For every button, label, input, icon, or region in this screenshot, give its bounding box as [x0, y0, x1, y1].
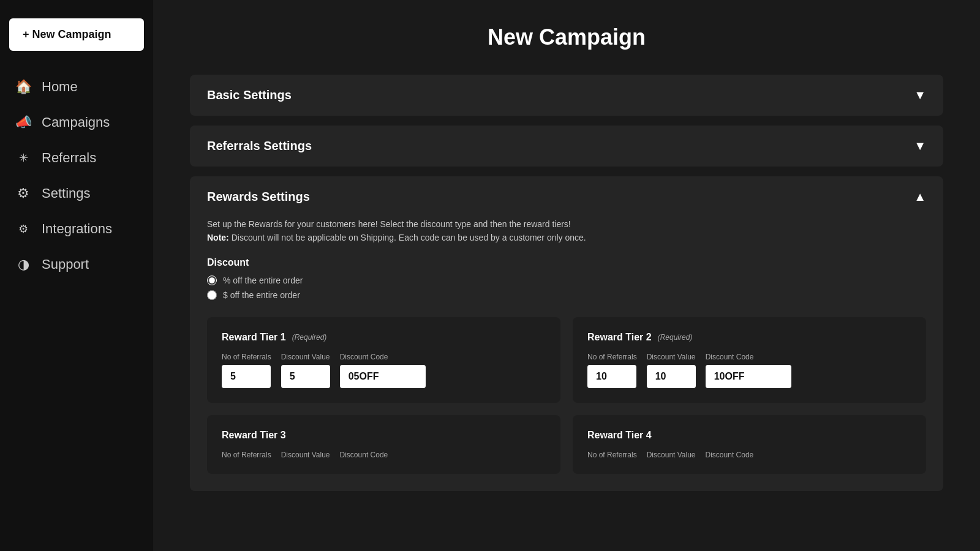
- reward-tier-4-card: Reward Tier 4 No of Referrals Discount V…: [573, 415, 926, 474]
- tier4-discount-code-label: Discount Code: [706, 451, 754, 459]
- tier2-discount-code-label: Discount Code: [706, 353, 791, 361]
- sidebar-item-home-label: Home: [42, 79, 78, 95]
- rewards-settings-chevron: ▲: [914, 190, 926, 204]
- tier1-discount-value-label: Discount Value: [281, 353, 330, 361]
- basic-settings-header[interactable]: Basic Settings ▼: [190, 75, 943, 116]
- tier1-referrals-group: No of Referrals: [222, 353, 271, 388]
- integrations-icon: ⚙: [15, 222, 32, 236]
- referrals-settings-title: Referrals Settings: [207, 139, 312, 153]
- nav-items: 🏠 Home 📣 Campaigns ✳ Referrals ⚙ Setting…: [0, 69, 153, 282]
- tier4-discount-code-group: Discount Code: [706, 451, 754, 459]
- basic-settings-title: Basic Settings: [207, 88, 292, 102]
- sidebar-item-home[interactable]: 🏠 Home: [0, 69, 153, 105]
- tier1-discount-code-input[interactable]: [340, 365, 426, 388]
- sidebar-item-settings[interactable]: ⚙ Settings: [0, 176, 153, 211]
- discount-percent-radio[interactable]: [207, 276, 217, 285]
- tier3-discount-value-label: Discount Value: [281, 451, 330, 459]
- tier3-referrals-group: No of Referrals: [222, 451, 271, 459]
- basic-settings-chevron: ▼: [914, 88, 926, 102]
- tier3-discount-code-group: Discount Code: [340, 451, 388, 459]
- rewards-settings-header[interactable]: Rewards Settings ▲: [190, 176, 943, 217]
- tier3-discount-value-group: Discount Value: [281, 451, 330, 459]
- rewards-desc-line2: Discount will not be applicable on Shipp…: [229, 233, 586, 242]
- reward-tier-4-fields: No of Referrals Discount Value Discount …: [587, 451, 911, 459]
- discount-dollar-label: $ off the entire order: [223, 290, 300, 300]
- tier1-discount-value-group: Discount Value: [281, 353, 330, 388]
- discount-percent-option[interactable]: % off the entire order: [207, 276, 926, 285]
- sidebar-item-referrals-label: Referrals: [42, 150, 96, 166]
- tier2-referrals-label: No of Referrals: [587, 353, 637, 361]
- rewards-description: Set up the Rewards for your customers he…: [207, 217, 926, 245]
- support-icon: ◑: [15, 257, 32, 272]
- tier1-discount-value-input[interactable]: [281, 365, 330, 388]
- reward-tier-2-required: (Required): [658, 333, 693, 342]
- basic-settings-section: Basic Settings ▼: [190, 75, 943, 116]
- settings-icon: ⚙: [15, 186, 32, 201]
- reward-tier-2-fields: No of Referrals Discount Value Discount …: [587, 353, 911, 388]
- tier2-referrals-group: No of Referrals: [587, 353, 637, 388]
- reward-tier-4-title: Reward Tier 4: [587, 430, 911, 441]
- sidebar-item-settings-label: Settings: [42, 186, 91, 201]
- tier4-discount-value-group: Discount Value: [647, 451, 696, 459]
- tier4-referrals-group: No of Referrals: [587, 451, 637, 459]
- tier1-discount-code-group: Discount Code: [340, 353, 426, 388]
- sidebar-item-support-label: Support: [42, 257, 89, 272]
- campaigns-icon: 📣: [15, 114, 32, 130]
- home-icon: 🏠: [15, 79, 32, 95]
- tier2-discount-code-input[interactable]: [706, 365, 791, 388]
- reward-tier-1-title: Reward Tier 1 (Required): [222, 332, 546, 343]
- reward-tier-3-fields: No of Referrals Discount Value Discount …: [222, 451, 546, 459]
- new-campaign-button[interactable]: + New Campaign: [9, 18, 144, 51]
- rewards-desc-line1: Set up the Rewards for your customers he…: [207, 219, 571, 229]
- sidebar-item-support[interactable]: ◑ Support: [0, 247, 153, 282]
- discount-radio-group: % off the entire order $ off the entire …: [207, 276, 926, 300]
- discount-dollar-radio[interactable]: [207, 290, 217, 300]
- rewards-body: Set up the Rewards for your customers he…: [190, 217, 943, 491]
- tier3-discount-code-label: Discount Code: [340, 451, 388, 459]
- tier1-referrals-label: No of Referrals: [222, 353, 271, 361]
- rewards-desc-note: Note:: [207, 233, 229, 242]
- tier2-discount-value-input[interactable]: [647, 365, 696, 388]
- tier1-referrals-input[interactable]: [222, 365, 271, 388]
- reward-tier-2-card: Reward Tier 2 (Required) No of Referrals…: [573, 317, 926, 403]
- main-content: New Campaign Basic Settings ▼ Referrals …: [153, 0, 980, 551]
- tier2-discount-code-group: Discount Code: [706, 353, 791, 388]
- tier4-referrals-label: No of Referrals: [587, 451, 637, 459]
- rewards-settings-section: Rewards Settings ▲ Set up the Rewards fo…: [190, 176, 943, 491]
- reward-tier-1-card: Reward Tier 1 (Required) No of Referrals…: [207, 317, 560, 403]
- sidebar-item-referrals[interactable]: ✳ Referrals: [0, 140, 153, 176]
- sidebar-item-campaigns[interactable]: 📣 Campaigns: [0, 105, 153, 140]
- reward-tier-1-fields: No of Referrals Discount Value Discount …: [222, 353, 546, 388]
- discount-percent-label: % off the entire order: [223, 276, 303, 285]
- sidebar: + New Campaign 🏠 Home 📣 Campaigns ✳ Refe…: [0, 0, 153, 551]
- tier3-referrals-label: No of Referrals: [222, 451, 271, 459]
- tier2-discount-value-label: Discount Value: [647, 353, 696, 361]
- reward-tier-1-required: (Required): [292, 333, 327, 342]
- referrals-settings-section: Referrals Settings ▼: [190, 126, 943, 167]
- reward-tier-3-card: Reward Tier 3 No of Referrals Discount V…: [207, 415, 560, 474]
- rewards-settings-title: Rewards Settings: [207, 190, 310, 204]
- tier2-referrals-input[interactable]: [587, 365, 636, 388]
- sidebar-item-integrations[interactable]: ⚙ Integrations: [0, 211, 153, 247]
- tiers-grid: Reward Tier 1 (Required) No of Referrals…: [207, 317, 926, 474]
- reward-tier-2-title: Reward Tier 2 (Required): [587, 332, 911, 343]
- new-campaign-label: + New Campaign: [23, 28, 111, 41]
- tier4-discount-value-label: Discount Value: [647, 451, 696, 459]
- tier2-discount-value-group: Discount Value: [647, 353, 696, 388]
- tier1-discount-code-label: Discount Code: [340, 353, 426, 361]
- discount-label: Discount: [207, 257, 926, 268]
- reward-tier-3-title: Reward Tier 3: [222, 430, 546, 441]
- referrals-settings-header[interactable]: Referrals Settings ▼: [190, 126, 943, 167]
- referrals-settings-chevron: ▼: [914, 139, 926, 153]
- discount-dollar-option[interactable]: $ off the entire order: [207, 290, 926, 300]
- sidebar-item-integrations-label: Integrations: [42, 221, 112, 237]
- page-title: New Campaign: [190, 24, 943, 50]
- sidebar-item-campaigns-label: Campaigns: [42, 114, 110, 130]
- referrals-icon: ✳: [15, 151, 32, 165]
